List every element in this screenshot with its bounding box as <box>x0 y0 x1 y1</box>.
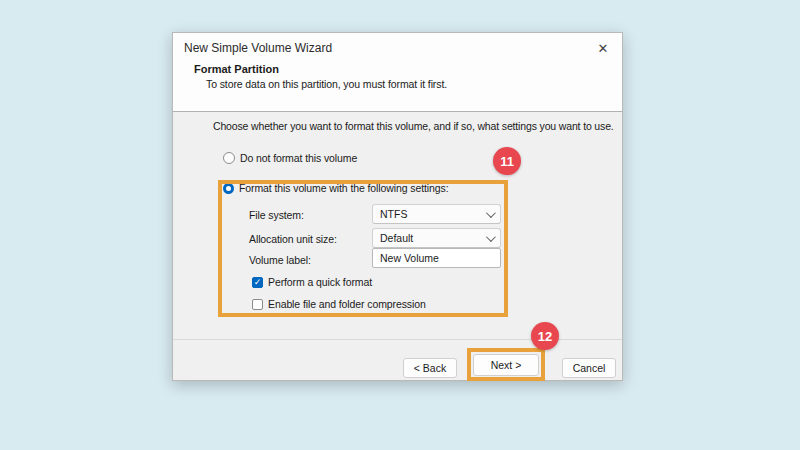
window-title: New Simple Volume Wizard <box>184 41 332 55</box>
file-system-label: File system: <box>249 209 304 221</box>
file-system-select[interactable]: NTFS <box>372 204 501 224</box>
page-subtitle: To store data on this partition, you mus… <box>206 78 447 90</box>
instruction-text: Choose whether you want to format this v… <box>213 120 614 132</box>
step-badge-11: 11 <box>493 147 521 175</box>
desktop-background: New Simple Volume Wizard ✕ Format Partit… <box>0 0 800 450</box>
chevron-down-icon <box>486 208 496 218</box>
checkbox-unchecked-icon: ✓ <box>252 299 263 310</box>
highlight-box-next-button: Next > <box>467 348 545 381</box>
chevron-down-icon <box>486 232 496 242</box>
checkbox-compression[interactable]: ✓ Enable file and folder compression <box>252 298 426 310</box>
radio-selected-icon <box>223 183 234 194</box>
step-badge-12: 12 <box>531 322 559 350</box>
allocation-unit-size-label: Allocation unit size: <box>249 233 337 245</box>
radio-format-volume[interactable]: Format this volume with the following se… <box>223 182 448 194</box>
file-system-value: NTFS <box>380 208 407 220</box>
checkbox-quick-format[interactable]: ✓ Perform a quick format <box>252 276 372 288</box>
radio-format-volume-label: Format this volume with the following se… <box>239 182 448 194</box>
next-button[interactable]: Next > <box>473 354 539 376</box>
checkbox-quick-format-label: Perform a quick format <box>268 276 372 288</box>
page-title: Format Partition <box>194 63 279 75</box>
radio-do-not-format-label: Do not format this volume <box>240 152 357 164</box>
volume-label-label: Volume label: <box>249 254 311 266</box>
checkbox-compression-label: Enable file and folder compression <box>268 298 426 310</box>
radio-do-not-format[interactable]: Do not format this volume <box>223 152 357 164</box>
radio-unselected-icon <box>223 152 235 164</box>
volume-label-input[interactable] <box>372 248 501 268</box>
close-button[interactable]: ✕ <box>592 38 614 60</box>
back-button[interactable]: < Back <box>403 358 457 378</box>
cancel-button[interactable]: Cancel <box>562 358 616 378</box>
check-icon: ✓ <box>254 278 262 287</box>
allocation-unit-size-select[interactable]: Default <box>372 228 501 248</box>
close-icon: ✕ <box>598 41 609 56</box>
allocation-unit-size-value: Default <box>380 232 413 244</box>
checkbox-checked-icon: ✓ <box>252 277 263 288</box>
